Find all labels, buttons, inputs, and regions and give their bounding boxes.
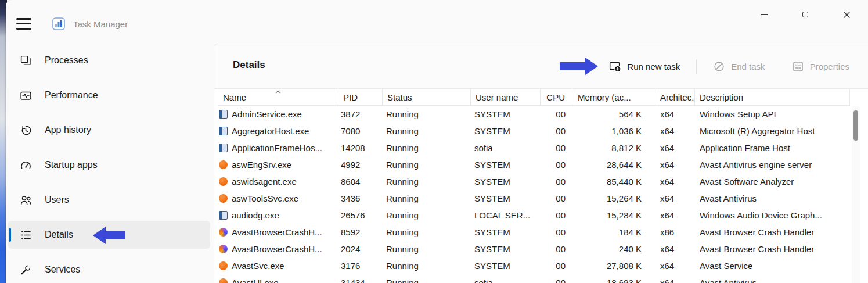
- app-history-icon: [20, 124, 32, 137]
- table-row[interactable]: ApplicationFrameHos... 14208 Running sof…: [218, 139, 850, 156]
- process-pid: 2024: [338, 244, 383, 254]
- process-architecture: x64: [655, 244, 695, 254]
- sidebar-item-processes[interactable]: Processes: [8, 46, 210, 74]
- column-header-cpu[interactable]: CPU: [541, 89, 572, 105]
- process-status: Running: [383, 261, 471, 271]
- table-row[interactable]: AvastSvc.exe 3176 Running SYSTEM 00 27,8…: [218, 257, 850, 274]
- table-header-row: Name PID Status User name CPU Memory (ac…: [218, 89, 850, 106]
- process-user-name: sofia: [471, 143, 541, 153]
- sidebar-item-services[interactable]: Services: [8, 256, 210, 283]
- vertical-scrollbar[interactable]: [852, 106, 860, 283]
- column-header-pid[interactable]: PID: [338, 89, 383, 105]
- sidebar-item-label: App history: [45, 125, 91, 135]
- sidebar-item-startup-apps[interactable]: Startup apps: [8, 151, 210, 179]
- process-memory: 1,036 K: [572, 126, 655, 136]
- table-row[interactable]: AvastBrowserCrashH... 2024 Running SYSTE…: [218, 241, 850, 257]
- process-architecture: x64: [655, 261, 695, 271]
- process-name: AggregatorHost.exe: [232, 126, 309, 136]
- close-icon: [843, 11, 851, 19]
- run-new-task-button[interactable]: Run new task: [609, 60, 680, 73]
- process-architecture: x64: [655, 194, 695, 203]
- table-row[interactable]: audiodg.exe 26576 Running LOCAL SER... 0…: [218, 207, 850, 224]
- properties-button[interactable]: Properties: [792, 60, 849, 73]
- process-description: Microsoft (R) Aggregator Host: [695, 126, 850, 136]
- run-new-task-label: Run new task: [627, 62, 680, 71]
- column-header-user-name[interactable]: User name: [471, 89, 541, 105]
- process-user-name: sofia: [471, 278, 541, 283]
- startup-apps-icon: [20, 159, 32, 171]
- process-icon: [219, 261, 228, 270]
- process-memory: 564 K: [572, 109, 655, 119]
- process-status: Running: [383, 227, 471, 237]
- table-row[interactable]: aswidsagent.exe 8604 Running SYSTEM 00 8…: [218, 173, 850, 190]
- sidebar-item-performance[interactable]: Performance: [8, 81, 210, 109]
- table-row[interactable]: AggregatorHost.exe 7080 Running SYSTEM 0…: [218, 123, 850, 139]
- column-header-description[interactable]: Description: [695, 89, 850, 105]
- process-cpu: 00: [541, 210, 572, 220]
- close-button[interactable]: [842, 10, 851, 19]
- sidebar-item-app-history[interactable]: App history: [8, 116, 210, 144]
- process-description: Windows Audio Device Graph...: [695, 210, 850, 220]
- process-table: Name PID Status User name CPU Memory (ac…: [218, 89, 850, 283]
- table-row[interactable]: AdminService.exe 3872 Running SYSTEM 00 …: [218, 106, 850, 123]
- process-name: AvastBrowserCrashH...: [232, 227, 322, 237]
- hamburger-menu-button[interactable]: [16, 18, 31, 30]
- process-icon: [219, 245, 228, 253]
- details-icon: [20, 229, 32, 241]
- process-user-name: SYSTEM: [471, 160, 541, 170]
- end-task-button[interactable]: End task: [713, 60, 765, 73]
- column-header-architecture[interactable]: Architec...: [655, 89, 695, 105]
- column-label: PID: [343, 92, 358, 102]
- process-pid: 3436: [338, 194, 383, 203]
- sidebar-item-label: Details: [45, 230, 73, 240]
- process-pid: 3176: [338, 261, 383, 271]
- scrollbar-thumb[interactable]: [853, 110, 858, 141]
- process-pid: 8592: [338, 227, 383, 237]
- process-architecture: x64: [655, 278, 695, 283]
- page-title: Details: [233, 59, 265, 71]
- run-new-task-icon: [609, 60, 621, 73]
- process-status: Running: [383, 126, 471, 136]
- column-header-name[interactable]: Name: [218, 89, 338, 105]
- process-cpu: 00: [541, 109, 572, 119]
- column-label: Name: [223, 92, 246, 102]
- task-manager-window: Task Manager Processes Performance: [6, 0, 868, 283]
- process-memory: 85,440 K: [572, 177, 655, 187]
- process-icon: [219, 160, 228, 169]
- process-icon: [219, 278, 228, 283]
- properties-icon: [792, 60, 804, 73]
- table-row[interactable]: aswEngSrv.exe 4992 Running SYSTEM 00 28,…: [218, 156, 850, 173]
- process-memory: 15,284 K: [572, 210, 655, 220]
- column-header-status[interactable]: Status: [383, 89, 471, 105]
- process-status: Running: [383, 177, 471, 187]
- process-memory: 27,808 K: [572, 261, 655, 271]
- process-user-name: SYSTEM: [471, 177, 541, 187]
- process-architecture: x64: [655, 210, 695, 220]
- process-cpu: 00: [541, 227, 572, 237]
- sidebar-item-users[interactable]: Users: [8, 186, 210, 214]
- services-icon: [20, 264, 32, 276]
- sidebar-item-label: Startup apps: [45, 160, 98, 170]
- column-label: Memory (ac...: [578, 92, 631, 102]
- process-pid: 8604: [338, 177, 383, 187]
- end-task-label: End task: [731, 62, 765, 71]
- maximize-button[interactable]: [801, 10, 809, 19]
- table-row[interactable]: AvastUI.exe 31434 Running sofia 00 18,69…: [218, 274, 850, 283]
- process-user-name: SYSTEM: [471, 244, 541, 254]
- details-pane: Details Run new task End task: [214, 44, 868, 283]
- process-icon: [219, 194, 228, 203]
- sidebar-item-label: Users: [45, 195, 69, 205]
- toolbar: Run new task End task Propert: [609, 44, 849, 89]
- process-description: Avast Service: [695, 261, 850, 271]
- process-architecture: x64: [655, 160, 695, 170]
- column-header-memory[interactable]: Memory (ac...: [572, 89, 655, 105]
- properties-label: Properties: [810, 62, 849, 71]
- table-row[interactable]: AvastBrowserCrashH... 8592 Running SYSTE…: [218, 224, 850, 241]
- process-name: audiodg.exe: [232, 210, 279, 220]
- minimize-button[interactable]: [760, 10, 768, 19]
- process-pid: 14208: [338, 143, 383, 153]
- process-user-name: SYSTEM: [471, 227, 541, 237]
- process-memory: 184 K: [572, 227, 655, 237]
- table-row[interactable]: aswToolsSvc.exe 3436 Running SYSTEM 00 1…: [218, 190, 850, 207]
- sidebar-item-details[interactable]: Details: [8, 221, 210, 249]
